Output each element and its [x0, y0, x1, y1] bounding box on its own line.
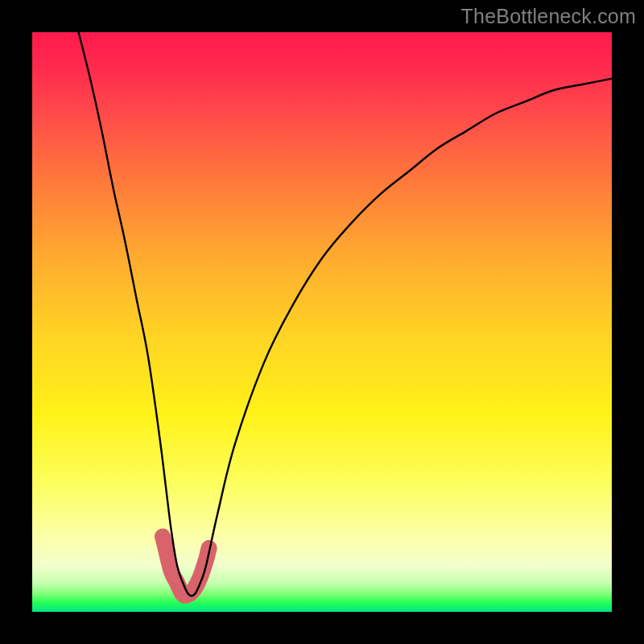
main-curve: [79, 32, 612, 596]
watermark-text: TheBottleneck.com: [461, 5, 636, 28]
curve-layer: [32, 32, 612, 612]
highlight-band: [163, 536, 209, 595]
outer-frame: TheBottleneck.com: [0, 0, 644, 644]
plot-area: [32, 32, 612, 612]
